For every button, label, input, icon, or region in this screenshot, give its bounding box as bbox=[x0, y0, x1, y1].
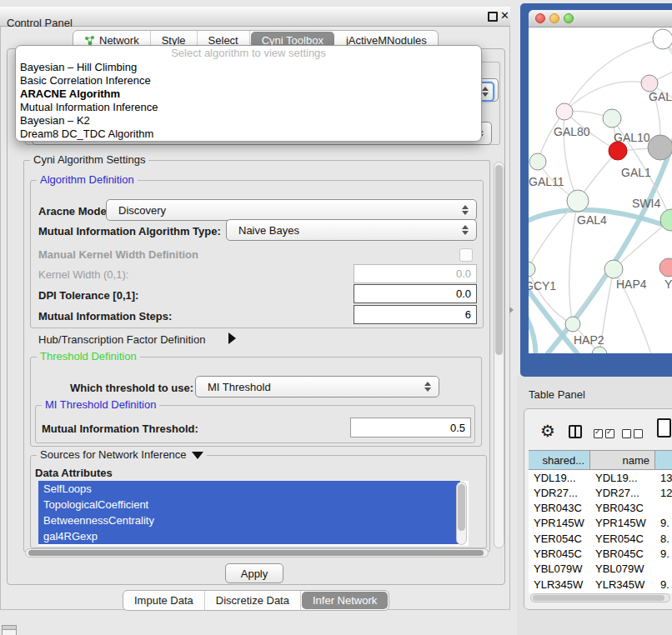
tab-impute-data[interactable]: Impute Data bbox=[123, 591, 205, 610]
table-cell[interactable]: YDR27... bbox=[592, 485, 657, 500]
which-threshold-combo[interactable]: MI Threshold bbox=[195, 376, 439, 398]
data-attribute-item[interactable]: gal4RGexp bbox=[38, 528, 460, 544]
column-header-name[interactable]: name bbox=[590, 450, 655, 470]
table-cell[interactable]: YPR145W bbox=[530, 516, 592, 531]
attributes-scrollbar-thumb[interactable] bbox=[458, 484, 465, 531]
data-attributes-list[interactable]: SelfLoopsTopologicalCoefficientBetweenne… bbox=[38, 481, 469, 546]
settings-horizontal-scrollbar[interactable] bbox=[25, 548, 489, 558]
settings-hscrollbar-thumb[interactable] bbox=[28, 550, 484, 556]
table-hscrollbar-thumb[interactable] bbox=[533, 595, 664, 601]
network-node-gray-node[interactable] bbox=[648, 135, 672, 160]
network-edge[interactable] bbox=[529, 302, 535, 353]
minimize-traffic-icon[interactable] bbox=[549, 13, 559, 23]
table-cell[interactable]: YER054C bbox=[592, 531, 657, 546]
zoom-traffic-icon[interactable] bbox=[564, 13, 574, 23]
network-node-gal-pink[interactable] bbox=[641, 75, 658, 92]
mi-steps-field[interactable]: 6 bbox=[354, 305, 477, 324]
deselect-all-columns-icon[interactable] bbox=[622, 428, 645, 441]
aracne-mode-value: Discovery bbox=[118, 204, 166, 217]
table-cell[interactable]: YBR043C bbox=[530, 501, 592, 516]
data-attribute-item[interactable]: BetweennessCentrality bbox=[38, 512, 460, 528]
tab-discretize-data[interactable]: Discretize Data bbox=[205, 591, 301, 610]
dpi-tolerance-field[interactable]: 0.0 bbox=[354, 284, 477, 303]
network-node-HAP4[interactable] bbox=[604, 260, 623, 278]
mi-steps-label: Mutual Information Steps: bbox=[38, 310, 172, 322]
table-cell[interactable]: 12 bbox=[657, 485, 672, 500]
network-canvas[interactable]: GALGAL80GAL10GAL1GAL11SWI4GAL4GCY1HAP4YH… bbox=[529, 28, 672, 353]
network-node-GAL11[interactable] bbox=[529, 153, 546, 170]
table-cell[interactable]: 9. bbox=[657, 577, 672, 592]
algorithm-option[interactable]: Bayesian – K2 bbox=[16, 114, 481, 128]
table-cell[interactable]: YBL079W bbox=[530, 562, 592, 577]
close-panel-icon[interactable]: ✕ bbox=[500, 9, 509, 22]
data-attribute-item[interactable]: SelfLoops bbox=[38, 481, 460, 497]
algorithm-option[interactable]: ARACNE Algorithm bbox=[16, 88, 481, 101]
network-node-top-partial[interactable] bbox=[653, 29, 672, 49]
algorithm-option[interactable]: Bayesian – Hill Climbing bbox=[16, 61, 481, 74]
network-node-GAL80[interactable] bbox=[556, 103, 573, 120]
network-graph[interactable]: GALGAL80GAL10GAL1GAL11SWI4GAL4GCY1HAP4YH… bbox=[529, 28, 672, 353]
table-cell[interactable]: YDL19... bbox=[592, 470, 657, 485]
mi-threshold-label: Mutual Information Threshold: bbox=[42, 422, 198, 435]
network-node-GAL1[interactable] bbox=[609, 142, 627, 160]
network-node-HAP2[interactable] bbox=[565, 317, 580, 332]
table-cell[interactable] bbox=[657, 501, 672, 516]
network-window-titlebar[interactable] bbox=[529, 10, 672, 28]
kernel-width-field[interactable]: 0.0 bbox=[354, 264, 477, 283]
settings-vertical-scrollbar[interactable] bbox=[494, 162, 504, 548]
float-window-icon[interactable] bbox=[488, 12, 498, 22]
tab-infer-network[interactable]: Infer Network bbox=[302, 592, 388, 609]
manual-kernel-checkbox[interactable] bbox=[459, 248, 473, 262]
network-edge[interactable] bbox=[564, 82, 649, 112]
table-cell[interactable]: YPR145W bbox=[592, 516, 657, 531]
table-cell[interactable]: YBR045C bbox=[530, 547, 592, 562]
minimized-panel-icon[interactable] bbox=[2, 625, 17, 635]
mi-type-combo[interactable]: Naive Bayes bbox=[226, 219, 477, 241]
attributes-scrollbar[interactable] bbox=[456, 482, 467, 545]
table-cell[interactable]: 9. bbox=[657, 547, 672, 562]
split-columns-icon[interactable] bbox=[569, 425, 582, 438]
network-node-GAL4[interactable] bbox=[567, 190, 589, 212]
network-node-salmon-node[interactable] bbox=[659, 258, 672, 277]
aracne-mode-label: Aracne Mode: bbox=[38, 205, 110, 218]
settings-scrollbar-thumb[interactable] bbox=[495, 165, 503, 355]
column-header-shared...[interactable]: shared... bbox=[529, 450, 590, 470]
table-cell[interactable]: YBR043C bbox=[592, 501, 657, 516]
network-node-GCY1[interactable] bbox=[529, 262, 535, 277]
close-traffic-icon[interactable] bbox=[535, 13, 545, 23]
mi-threshold-field[interactable]: 0.5 bbox=[350, 418, 471, 438]
table-horizontal-scrollbar[interactable] bbox=[530, 593, 670, 602]
expand-arrow-icon[interactable] bbox=[228, 332, 236, 344]
table-panel-title: Table Panel bbox=[529, 388, 585, 401]
collapse-arrow-icon[interactable] bbox=[192, 452, 203, 459]
algorithm-option[interactable]: Mutual Information Inference bbox=[16, 101, 481, 114]
table-cell[interactable]: 13 bbox=[657, 470, 672, 485]
algorithm-option[interactable]: Basic Correlation Inference bbox=[16, 74, 481, 88]
table-cell[interactable]: YBR045C bbox=[592, 547, 657, 562]
data-attribute-item[interactable]: TopologicalCoefficient bbox=[38, 497, 460, 512]
manual-kernel-label: Manual Kernel Width Definition bbox=[38, 248, 198, 261]
network-window[interactable]: GALGAL80GAL10GAL1GAL11SWI4GAL4GCY1HAP4YH… bbox=[529, 10, 672, 353]
table-cell[interactable]: 8. bbox=[657, 531, 672, 546]
aracne-mode-combo[interactable]: Discovery bbox=[106, 199, 477, 221]
column-header-A[interactable]: A bbox=[655, 450, 672, 470]
network-node-label: Y bbox=[664, 278, 672, 291]
network-node-GAL10[interactable] bbox=[603, 109, 621, 128]
table-cell[interactable]: YDL19... bbox=[530, 470, 592, 485]
table-cell[interactable]: YDR27... bbox=[530, 485, 592, 500]
table-cell[interactable]: YLR345W bbox=[530, 577, 592, 592]
gear-icon[interactable]: ⚙ bbox=[540, 422, 555, 439]
apply-button[interactable]: Apply bbox=[225, 563, 283, 583]
network-edge[interactable] bbox=[635, 348, 672, 353]
table-cell[interactable]: 9. bbox=[657, 516, 672, 531]
network-node-label: GAL1 bbox=[621, 166, 651, 179]
table-cell[interactable] bbox=[657, 562, 672, 577]
algorithm-option[interactable]: Dream8 DC_TDC Algorithm bbox=[16, 128, 481, 141]
export-table-icon[interactable] bbox=[657, 418, 671, 438]
control-panel-titlebar[interactable]: Control Panel bbox=[0, 7, 510, 27]
table-cell[interactable]: YLR345W bbox=[592, 577, 657, 592]
splitter-collapse-icon[interactable] bbox=[509, 307, 514, 313]
select-all-columns-icon[interactable] bbox=[594, 428, 617, 441]
table-cell[interactable]: YER054C bbox=[530, 531, 592, 546]
table-cell[interactable]: YBL079W bbox=[592, 562, 657, 577]
